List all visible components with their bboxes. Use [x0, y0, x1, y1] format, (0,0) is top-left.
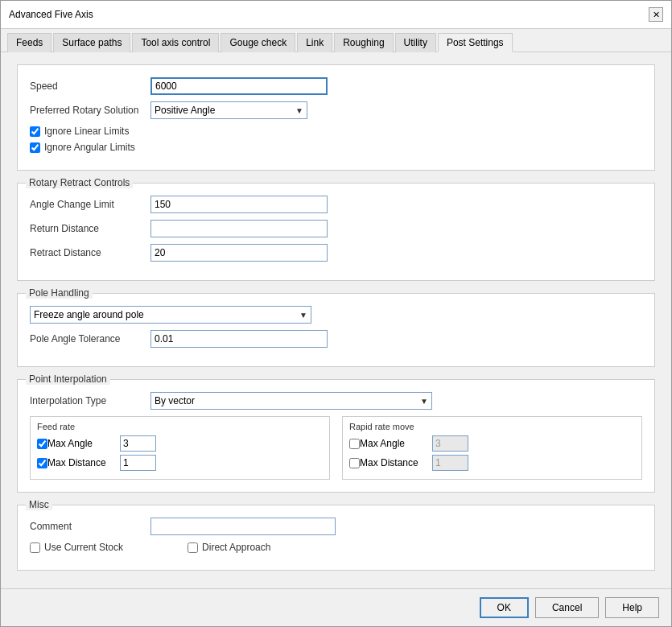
footer: OK Cancel Help — [1, 588, 671, 626]
ignore-angular-row: Ignore Angular Limits — [30, 142, 642, 153]
speed-row: Speed — [30, 77, 642, 95]
return-distance-row: Return Distance — [30, 220, 642, 237]
rapid-max-distance-row: Max Distance — [349, 455, 635, 471]
return-distance-label: Return Distance — [30, 223, 150, 234]
feedrate-grid: Feed rate Max Angle Max Distance Rapid r… — [30, 416, 642, 480]
bottom-checkboxes: Use Current Stock Direct Approach — [30, 542, 642, 558]
interpolation-type-value: By vector — [155, 395, 195, 406]
rapid-max-angle-input[interactable] — [432, 435, 468, 452]
tab-gouge-check[interactable]: Gouge check — [221, 33, 295, 52]
rapid-rate-title: Rapid rate move — [349, 422, 635, 431]
comment-input[interactable] — [150, 518, 336, 535]
close-button[interactable]: ✕ — [649, 7, 663, 22]
main-settings-section: Speed Preferred Rotary Solution Positive… — [17, 64, 655, 171]
direct-approach-row: Direct Approach — [188, 542, 270, 553]
pole-handling-arrow-icon: ▼ — [299, 311, 307, 320]
pole-handling-section: Pole Handling Freeze angle around pole ▼… — [17, 293, 655, 367]
feed-max-angle-row: Max Angle — [37, 435, 323, 452]
rapid-max-angle-label: Max Angle — [360, 438, 432, 449]
use-current-stock-row: Use Current Stock — [30, 542, 123, 553]
comment-label: Comment — [30, 521, 150, 532]
point-interpolation-title: Point Interpolation — [26, 373, 110, 385]
return-distance-input[interactable] — [150, 220, 328, 237]
pole-angle-input[interactable] — [150, 330, 328, 348]
interpolation-type-arrow-icon: ▼ — [420, 397, 428, 406]
misc-title: Misc — [26, 499, 52, 510]
angle-change-label: Angle Change Limit — [30, 199, 150, 210]
feed-max-angle-checkbox[interactable] — [37, 439, 47, 449]
direct-approach-label: Direct Approach — [202, 542, 270, 553]
feed-max-angle-input[interactable] — [120, 435, 156, 452]
angle-change-row: Angle Change Limit — [30, 196, 642, 213]
tab-bar: Feeds Surface paths Tool axis control Go… — [1, 29, 671, 52]
window-title: Advanced Five Axis — [9, 9, 93, 20]
comment-row: Comment — [30, 518, 642, 535]
rapid-rate-group: Rapid rate move Max Angle Max Distance — [342, 416, 642, 480]
rapid-max-distance-input[interactable] — [432, 455, 468, 471]
preferred-rotary-dropdown[interactable]: Positive Angle ▼ — [150, 101, 307, 119]
main-window: Advanced Five Axis ✕ Feeds Surface paths… — [0, 0, 672, 627]
ignore-angular-checkbox[interactable] — [30, 142, 40, 153]
tab-feeds[interactable]: Feeds — [7, 33, 52, 52]
pole-handling-value: Freeze angle around pole — [34, 309, 144, 320]
preferred-rotary-value: Positive Angle — [155, 105, 215, 116]
tab-link[interactable]: Link — [297, 33, 332, 52]
tab-post-settings[interactable]: Post Settings — [438, 33, 513, 52]
angle-change-input[interactable] — [150, 196, 328, 213]
interpolation-type-row: Interpolation Type By vector ▼ — [30, 392, 642, 410]
rotary-retract-section: Rotary Retract Controls Angle Change Lim… — [17, 183, 655, 281]
pole-angle-label: Pole Angle Tolerance — [30, 333, 150, 344]
ignore-angular-label: Ignore Angular Limits — [44, 142, 135, 153]
feed-max-distance-label: Max Distance — [47, 457, 120, 468]
speed-label: Speed — [30, 80, 150, 92]
tab-tool-axis-control[interactable]: Tool axis control — [132, 33, 219, 52]
ok-button[interactable]: OK — [480, 597, 529, 618]
rapid-max-angle-row: Max Angle — [349, 435, 635, 452]
interpolation-type-dropdown[interactable]: By vector ▼ — [150, 392, 432, 410]
feed-max-distance-checkbox[interactable] — [37, 458, 47, 468]
help-button[interactable]: Help — [605, 597, 659, 618]
misc-section: Misc Comment Use Current Stock Direct Ap… — [17, 505, 655, 571]
feed-max-distance-row: Max Distance — [37, 455, 323, 471]
use-current-stock-checkbox[interactable] — [30, 542, 40, 553]
feed-max-distance-input[interactable] — [120, 455, 156, 471]
tab-utility[interactable]: Utility — [395, 33, 436, 52]
retract-distance-row: Retract Distance — [30, 244, 642, 262]
ignore-linear-label: Ignore Linear Limits — [44, 126, 129, 137]
pole-angle-row: Pole Angle Tolerance — [30, 330, 642, 348]
rapid-max-distance-label: Max Distance — [360, 457, 432, 468]
speed-input[interactable] — [150, 77, 328, 95]
ignore-linear-row: Ignore Linear Limits — [30, 126, 642, 137]
rapid-max-distance-checkbox[interactable] — [349, 458, 360, 468]
tab-roughing[interactable]: Roughing — [334, 33, 393, 52]
preferred-rotary-arrow-icon: ▼ — [295, 106, 303, 115]
point-interpolation-section: Point Interpolation Interpolation Type B… — [17, 379, 655, 493]
interpolation-type-label: Interpolation Type — [30, 395, 150, 406]
use-current-stock-label: Use Current Stock — [44, 542, 123, 553]
cancel-button[interactable]: Cancel — [535, 597, 599, 618]
feed-rate-group: Feed rate Max Angle Max Distance — [30, 416, 330, 480]
feed-max-angle-label: Max Angle — [47, 438, 120, 449]
title-bar: Advanced Five Axis ✕ — [1, 1, 671, 29]
rotary-retract-title: Rotary Retract Controls — [26, 177, 133, 188]
content-area: Speed Preferred Rotary Solution Positive… — [1, 52, 671, 588]
rapid-max-angle-checkbox[interactable] — [349, 439, 360, 449]
retract-distance-label: Retract Distance — [30, 247, 150, 258]
direct-approach-checkbox[interactable] — [188, 542, 198, 553]
preferred-rotary-label: Preferred Rotary Solution — [30, 105, 150, 116]
pole-handling-title: Pole Handling — [26, 287, 93, 299]
ignore-linear-checkbox[interactable] — [30, 126, 40, 137]
retract-distance-input[interactable] — [150, 244, 328, 262]
pole-handling-dropdown[interactable]: Freeze angle around pole ▼ — [30, 306, 311, 324]
tab-surface-paths[interactable]: Surface paths — [53, 33, 130, 52]
preferred-rotary-row: Preferred Rotary Solution Positive Angle… — [30, 101, 642, 119]
feed-rate-title: Feed rate — [37, 422, 323, 431]
